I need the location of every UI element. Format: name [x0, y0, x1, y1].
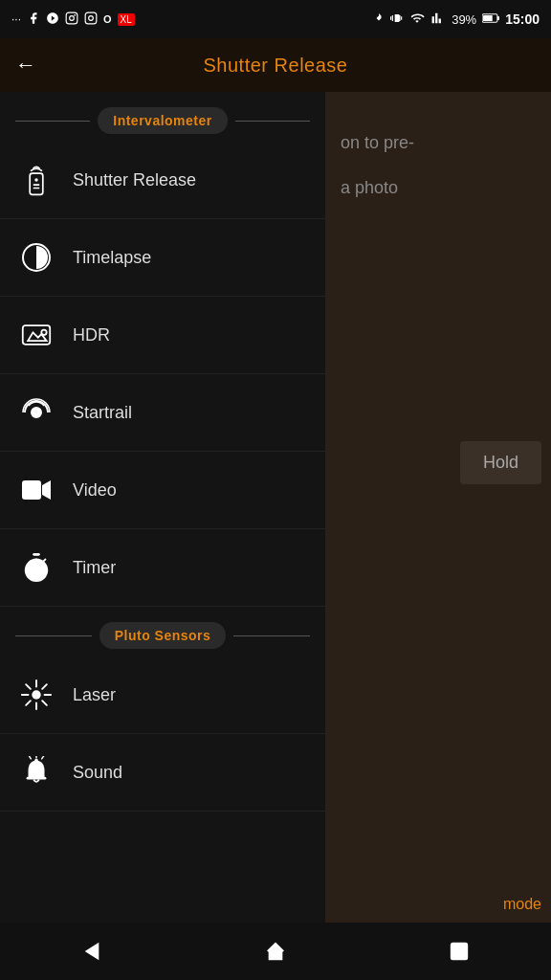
svg-point-4	[89, 15, 94, 20]
svg-rect-6	[483, 14, 493, 20]
instagram-icon	[65, 11, 78, 28]
menu-item-video[interactable]: Video	[0, 452, 325, 529]
menu-item-timer[interactable]: Timer	[0, 529, 325, 607]
drawer: Intervalometer Shutter Release	[0, 92, 325, 923]
status-bar-right: 39% 15:00	[373, 11, 540, 29]
instagram2-icon	[84, 11, 98, 28]
svg-rect-0	[66, 12, 77, 24]
timer-label: Timer	[73, 558, 116, 578]
timer-icon	[15, 546, 57, 589]
svg-marker-39	[85, 943, 99, 960]
status-bar-left: ··· O XL	[11, 11, 135, 28]
hdr-icon	[15, 314, 57, 356]
back-button[interactable]: ←	[15, 53, 36, 78]
startrail-label: Startrail	[73, 403, 132, 423]
svg-point-17	[34, 411, 38, 414]
menu-item-laser[interactable]: Laser	[0, 657, 325, 734]
bluetooth-icon	[373, 11, 385, 29]
menu-item-shutter-release[interactable]: Shutter Release	[0, 142, 325, 219]
sound-icon	[15, 751, 57, 793]
right-panel: on to pre- a photo Hold mode	[325, 92, 551, 923]
svg-rect-3	[85, 12, 97, 24]
svg-line-31	[42, 701, 47, 705]
laser-icon	[15, 674, 57, 716]
outlook-icon: O	[103, 13, 112, 25]
nav-bar	[0, 923, 551, 980]
vibrate-icon	[390, 11, 404, 28]
svg-line-36	[42, 756, 44, 759]
svg-marker-14	[28, 332, 47, 341]
timelapse-label: Timelapse	[73, 248, 151, 268]
sound-label: Sound	[73, 763, 122, 783]
svg-marker-19	[42, 480, 51, 500]
svg-line-33	[26, 701, 31, 705]
svg-rect-10	[33, 184, 40, 186]
svg-point-9	[34, 178, 37, 181]
menu-item-hdr[interactable]: HDR	[0, 297, 325, 374]
section-intervalometer: Intervalometer	[0, 92, 325, 142]
video-icon	[15, 469, 57, 511]
section-pluto-sensors-label: Pluto Sensors	[99, 622, 227, 649]
svg-point-2	[74, 13, 76, 15]
shutter-release-label: Shutter Release	[73, 170, 196, 190]
svg-rect-21	[33, 553, 40, 556]
svg-point-1	[70, 15, 75, 20]
menu-dots-icon: ···	[11, 12, 21, 26]
section-intervalometer-label: Intervalometer	[98, 107, 227, 134]
startrail-icon	[15, 391, 57, 434]
timelapse-icon	[15, 236, 57, 278]
header-title: Shutter Release	[204, 55, 348, 77]
facebook-icon	[27, 11, 40, 28]
main-content: Intervalometer Shutter Release	[0, 92, 551, 923]
svg-point-38	[34, 759, 38, 763]
laser-label: Laser	[73, 685, 116, 705]
svg-rect-11	[33, 188, 40, 189]
nav-home-button[interactable]	[247, 932, 304, 970]
svg-rect-18	[22, 480, 41, 500]
battery-text: 39%	[452, 12, 476, 27]
svg-rect-7	[497, 15, 499, 19]
nav-recents-button[interactable]	[430, 932, 488, 970]
status-bar: ··· O XL 39% 15:00	[0, 0, 551, 38]
right-panel-text1: on to pre-	[341, 130, 536, 156]
battery-icon	[482, 12, 499, 27]
xl-icon: XL	[118, 13, 135, 26]
app2-icon	[46, 11, 59, 28]
video-label: Video	[73, 480, 117, 501]
menu-item-timelapse[interactable]: Timelapse	[0, 219, 325, 297]
mode-text: mode	[503, 896, 541, 913]
hdr-label: HDR	[73, 325, 110, 345]
status-time: 15:00	[505, 11, 540, 27]
svg-point-15	[41, 330, 46, 335]
svg-rect-40	[452, 944, 468, 960]
nav-back-button[interactable]	[63, 932, 121, 970]
hold-button[interactable]: Hold	[460, 441, 541, 484]
right-panel-text2: a photo	[341, 175, 536, 201]
svg-line-30	[26, 684, 31, 689]
svg-line-34	[29, 756, 31, 759]
shutter-release-icon	[15, 159, 57, 201]
svg-line-24	[44, 560, 46, 562]
menu-item-sound[interactable]: Sound	[0, 734, 325, 812]
section-pluto-sensors: Pluto Sensors	[0, 607, 325, 657]
svg-point-25	[32, 690, 40, 699]
top-header: ← Shutter Release	[0, 38, 551, 92]
svg-rect-37	[27, 777, 47, 780]
svg-line-32	[42, 684, 47, 689]
menu-item-startrail[interactable]: Startrail	[0, 374, 325, 452]
wifi-icon	[409, 11, 425, 28]
signal-icon	[430, 11, 446, 28]
